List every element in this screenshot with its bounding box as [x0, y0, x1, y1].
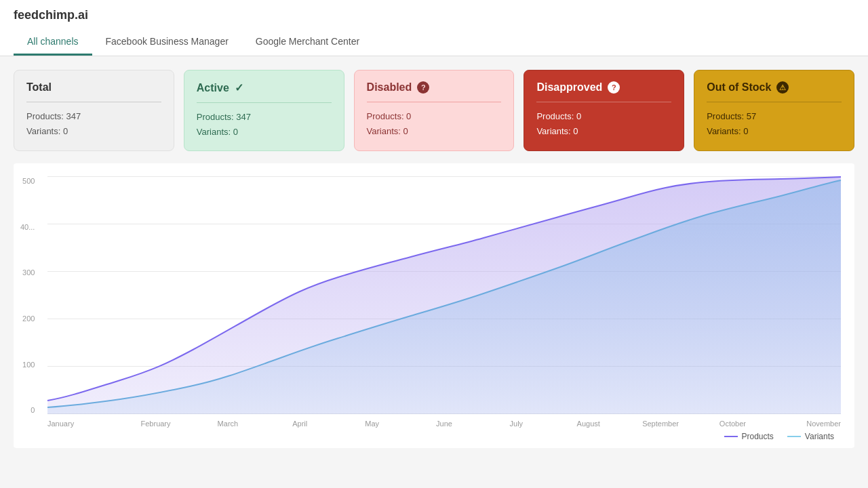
card-disapproved-title: Disapproved ?: [536, 81, 671, 94]
x-label-oct: October: [696, 420, 768, 428]
card-disabled: Disabled ? Products: 0 Variants: 0: [354, 70, 515, 151]
card-disapproved-variants: Variants: 0: [536, 124, 671, 139]
card-disabled-divider: [367, 102, 502, 102]
x-label-apr: April: [264, 420, 336, 428]
card-outofstock-variants: Variants: 0: [707, 124, 842, 139]
card-active-variants: Variants: 0: [197, 125, 332, 140]
y-axis: 0 100 200 300 40... 500: [20, 177, 35, 414]
x-label-jul: July: [480, 420, 552, 428]
x-label-nov: November: [769, 420, 841, 428]
legend-products: Products: [724, 432, 774, 441]
chart-area: 0 100 200 300 40... 500: [47, 177, 841, 414]
app-logo: feedchimp.ai: [14, 8, 854, 29]
card-total-variants: Variants: 0: [26, 124, 161, 139]
x-label-feb: February: [119, 420, 191, 428]
tab-facebook[interactable]: Facebook Business Manager: [92, 29, 242, 56]
info-icon: ?: [417, 81, 429, 94]
tabs-container: All channels Facebook Business Manager G…: [14, 29, 854, 56]
card-disabled-title: Disabled ?: [367, 81, 502, 94]
legend-variants-line: [787, 436, 801, 437]
y-label-400: 40...: [20, 223, 35, 231]
card-disapproved-divider: [536, 102, 671, 102]
tab-google[interactable]: Google Merchant Center: [242, 29, 373, 56]
card-total-title: Total: [26, 81, 161, 94]
y-label-0: 0: [20, 406, 35, 414]
legend-products-line: [724, 436, 738, 437]
card-disapproved-products: Products: 0: [536, 109, 671, 124]
card-total: Total Products: 347 Variants: 0: [14, 70, 174, 151]
card-active-title: Active ✓: [197, 81, 332, 94]
card-outofstock: Out of Stock ⚠ Products: 57 Variants: 0: [694, 70, 854, 151]
card-active: Active ✓ Products: 347 Variants: 0: [184, 70, 344, 151]
card-active-products: Products: 347: [197, 110, 332, 125]
check-icon: ✓: [235, 81, 243, 94]
y-label-300: 300: [20, 268, 35, 277]
chart-svg: [47, 177, 841, 414]
stats-cards: Total Products: 347 Variants: 0 Active ✓…: [14, 70, 854, 151]
x-label-jan: January: [47, 420, 119, 428]
legend-variants-label: Variants: [805, 432, 834, 441]
chart-legend: Products Variants: [47, 432, 841, 441]
x-label-mar: March: [192, 420, 264, 428]
y-label-100: 100: [20, 361, 35, 369]
card-total-products: Products: 347: [26, 109, 161, 124]
x-label-sep: September: [625, 420, 696, 428]
card-disabled-variants: Variants: 0: [367, 124, 502, 139]
y-label-200: 200: [20, 314, 35, 323]
tab-all-channels[interactable]: All channels: [14, 29, 92, 56]
x-label-aug: August: [553, 420, 625, 428]
legend-variants: Variants: [787, 432, 834, 441]
x-label-may: May: [336, 420, 408, 428]
card-disabled-products: Products: 0: [367, 109, 502, 124]
card-outofstock-title: Out of Stock ⚠: [707, 81, 842, 94]
chart-container: 0 100 200 300 40... 500: [14, 163, 854, 448]
card-active-divider: [197, 102, 332, 103]
legend-products-label: Products: [742, 432, 774, 441]
info-disapproved-icon: ?: [608, 81, 620, 94]
header: feedchimp.ai All channels Facebook Busin…: [0, 0, 868, 56]
x-axis: January February March April May June Ju…: [47, 420, 841, 428]
card-disapproved: Disapproved ? Products: 0 Variants: 0: [524, 70, 684, 151]
warning-icon: ⚠: [776, 81, 789, 94]
x-label-jun: June: [408, 420, 480, 428]
main-content: Total Products: 347 Variants: 0 Active ✓…: [0, 56, 868, 462]
card-outofstock-divider: [707, 102, 842, 102]
card-total-divider: [26, 102, 161, 102]
y-label-500: 500: [20, 177, 35, 185]
card-outofstock-products: Products: 57: [707, 109, 842, 124]
